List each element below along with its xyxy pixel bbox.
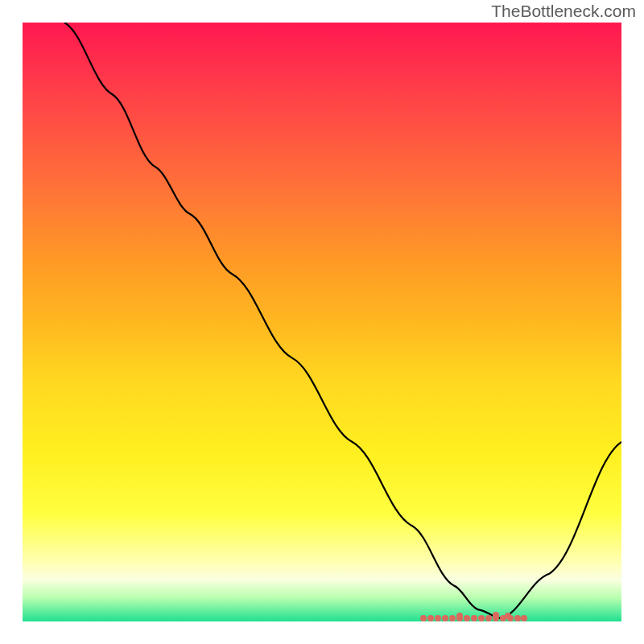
optimal-dot <box>471 615 477 621</box>
optimal-dot <box>427 615 434 621</box>
watermark-text: TheBottleneck.com <box>491 2 636 21</box>
optimal-dot <box>442 615 448 621</box>
curve-path <box>64 23 621 618</box>
line-curve <box>23 23 621 621</box>
optimal-dot <box>521 615 527 621</box>
chart-container: TheBottleneck.com <box>0 0 644 644</box>
optimal-dot <box>514 615 521 621</box>
optimal-dot <box>449 615 456 621</box>
optimal-dot <box>485 615 492 621</box>
optimal-dot <box>493 612 499 618</box>
optimal-dot <box>420 615 427 621</box>
optimal-dot <box>464 615 470 621</box>
chart-plot-area <box>23 23 621 621</box>
optimal-dots <box>23 605 621 621</box>
optimal-dot <box>435 615 441 621</box>
optimal-dot <box>505 613 511 619</box>
optimal-dot <box>478 615 485 621</box>
